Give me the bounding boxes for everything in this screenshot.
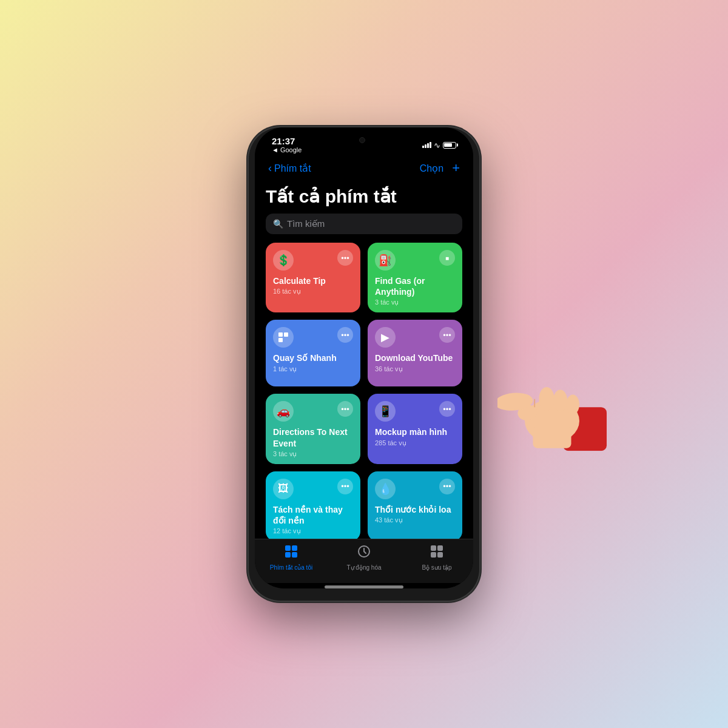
tach-nen-menu-button[interactable]: ••• [337, 479, 353, 494]
mockup-icon: 📱 [375, 401, 396, 422]
shortcut-card-directions[interactable]: 🚗 ••• Directions To Next Event 3 tác vụ [266, 394, 360, 463]
shortcut-card-quay-so-nhanh[interactable]: ••• Quay Số Nhanh 1 tác vụ [266, 320, 360, 386]
phone-screen: 21:37 ◄ Google ∿ [255, 127, 473, 588]
find-gas-subtitle: 3 tác vụ [375, 298, 455, 306]
svg-rect-1 [284, 332, 288, 337]
scene: 21:37 ◄ Google ∿ [0, 0, 728, 728]
svg-rect-0 [278, 332, 283, 337]
svg-rect-13 [431, 545, 436, 551]
find-gas-icon: ⛽ [375, 250, 396, 271]
card-header: 🖼 ••• [273, 479, 353, 499]
directions-title: Directions To Next Event [273, 426, 353, 448]
quay-so-nhanh-icon [273, 327, 294, 348]
svg-rect-16 [437, 552, 443, 558]
directions-icon: 🚗 [273, 401, 294, 422]
shortcut-card-mockup[interactable]: 📱 ••• Mockup màn hình 285 tác vụ [368, 394, 462, 463]
page-title: Tất cả phím tắt [266, 181, 462, 214]
calculate-tip-title: Calculate Tip [273, 275, 353, 286]
shortcut-card-thoi-nuoc[interactable]: 💧 ••• Thổi nước khỏi loa 43 tác vụ [368, 471, 462, 539]
card-header: ▶ ••• [375, 327, 455, 348]
mockup-title: Mockup màn hình [375, 426, 455, 437]
svg-rect-15 [431, 552, 436, 558]
search-icon: 🔍 [273, 219, 283, 229]
tab-gallery-label: Bộ sưu tập [422, 564, 451, 571]
card-header: 💲 ••• [273, 250, 353, 271]
thoi-nuoc-title: Thổi nước khỏi loa [375, 504, 455, 515]
svg-point-21 [539, 387, 554, 411]
thoi-nuoc-subtitle: 43 tác vụ [375, 516, 455, 524]
signal-bar-1 [422, 146, 424, 148]
battery-fill [444, 143, 452, 147]
search-input[interactable]: Tìm kiếm [287, 218, 325, 229]
tach-nen-title: Tách nền và thay đổi nền [273, 504, 353, 526]
back-chevron-icon: ‹ [268, 162, 272, 175]
svg-rect-14 [437, 545, 443, 551]
main-content: Tất cả phím tắt 🔍 Tìm kiếm 💲 ••• Calcula… [255, 181, 473, 539]
thoi-nuoc-menu-button[interactable]: ••• [439, 479, 455, 494]
nav-bar: ‹ Phím tắt Chọn + [255, 157, 473, 181]
svg-rect-11 [292, 552, 297, 558]
quay-so-nhanh-title: Quay Số Nhanh [273, 352, 353, 363]
svg-point-22 [553, 389, 567, 411]
download-youtube-menu-button[interactable]: ••• [439, 327, 455, 343]
tab-automation-label: Tự động hóa [346, 564, 381, 571]
choose-button[interactable]: Chọn [420, 163, 443, 174]
notch [326, 131, 399, 149]
tab-automation-icon [357, 544, 371, 562]
svg-rect-25 [533, 426, 571, 448]
phone-shell: 21:37 ◄ Google ∿ [249, 127, 479, 601]
signal-bar-4 [430, 142, 431, 148]
find-gas-title: Find Gas (or Anything) [375, 275, 455, 297]
directions-menu-button[interactable]: ••• [337, 401, 353, 417]
wifi-status-icon: ∿ [434, 141, 440, 150]
nav-back-label: Phím tắt [274, 163, 311, 174]
status-time: 21:37 [272, 136, 302, 146]
add-shortcut-button[interactable]: + [452, 160, 460, 176]
svg-rect-10 [285, 552, 291, 558]
quay-so-nhanh-menu-button[interactable]: ••• [337, 327, 353, 343]
card-header: 💧 ••• [375, 479, 455, 499]
tab-my-shortcuts-icon [284, 544, 298, 562]
mockup-menu-button[interactable]: ••• [439, 401, 455, 417]
hand-pointer [497, 342, 607, 453]
tach-nen-subtitle: 12 tác vụ [273, 527, 353, 535]
card-header: 📱 ••• [375, 401, 455, 422]
tab-my-shortcuts-label: Phím tắt của tôi [270, 564, 312, 571]
svg-rect-2 [278, 338, 283, 342]
calculate-tip-subtitle: 16 tác vụ [273, 288, 353, 295]
download-youtube-title: Download YouTube [375, 352, 455, 363]
directions-subtitle: 3 tác vụ [273, 450, 353, 458]
svg-rect-9 [292, 545, 297, 551]
tab-automation[interactable]: Tự động hóa [328, 544, 400, 571]
signal-bars-icon [422, 142, 431, 148]
tab-my-shortcuts[interactable]: Phím tắt của tôi [255, 544, 328, 571]
shortcut-card-find-gas[interactable]: ⛽ ■ Find Gas (or Anything) 3 tác vụ [368, 243, 462, 312]
nav-actions: Chọn + [420, 160, 460, 176]
notch-camera [359, 137, 365, 143]
signal-bar-2 [425, 144, 426, 148]
card-header: ⛽ ■ [375, 250, 455, 271]
download-youtube-subtitle: 36 tác vụ [375, 365, 455, 373]
status-back-label: ◄ Google [272, 146, 302, 153]
tab-gallery-icon [430, 544, 444, 562]
calculate-tip-menu-button[interactable]: ••• [337, 250, 353, 266]
status-right: ∿ [422, 141, 456, 150]
signal-bar-3 [427, 143, 429, 148]
battery-icon [443, 142, 456, 149]
tach-nen-icon: 🖼 [273, 479, 294, 499]
shortcut-card-calculate-tip[interactable]: 💲 ••• Calculate Tip 16 tác vụ [266, 243, 360, 312]
card-header: 🚗 ••• [273, 401, 353, 422]
download-youtube-icon: ▶ [375, 327, 396, 348]
tab-gallery[interactable]: Bộ sưu tập [400, 544, 473, 571]
shortcuts-grid: 💲 ••• Calculate Tip 16 tác vụ ⛽ ■ Find G… [266, 243, 462, 539]
mockup-subtitle: 285 tác vụ [375, 439, 455, 447]
find-gas-stop-button[interactable]: ■ [439, 250, 455, 266]
home-indicator [325, 585, 403, 588]
svg-rect-8 [285, 545, 291, 551]
card-header: ••• [273, 327, 353, 348]
search-bar[interactable]: 🔍 Tìm kiếm [266, 214, 462, 234]
shortcut-card-download-youtube[interactable]: ▶ ••• Download YouTube 36 tác vụ [368, 320, 462, 386]
nav-back-button[interactable]: ‹ Phím tắt [268, 162, 311, 175]
tab-bar: Phím tắt của tôi Tự động hóa [255, 539, 473, 583]
shortcut-card-tach-nen[interactable]: 🖼 ••• Tách nền và thay đổi nền 12 tác vụ [266, 471, 360, 539]
